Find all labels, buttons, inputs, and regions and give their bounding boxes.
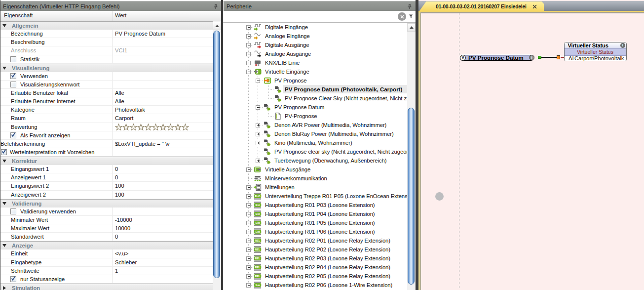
svg-text:REL: REL bbox=[255, 248, 261, 251]
svg-text:Ext: Ext bbox=[256, 204, 260, 207]
svg-text:Ext: Ext bbox=[256, 212, 260, 215]
svg-text:REL: REL bbox=[255, 239, 261, 242]
svg-text:REL: REL bbox=[255, 275, 261, 278]
svg-text:EnO: EnO bbox=[255, 195, 261, 198]
svg-text:Ext: Ext bbox=[256, 230, 260, 233]
svg-text:Ext: Ext bbox=[256, 221, 260, 224]
svg-text:REL: REL bbox=[255, 257, 261, 260]
svg-text:REL: REL bbox=[255, 266, 261, 269]
svg-text:1-w: 1-w bbox=[255, 284, 260, 287]
